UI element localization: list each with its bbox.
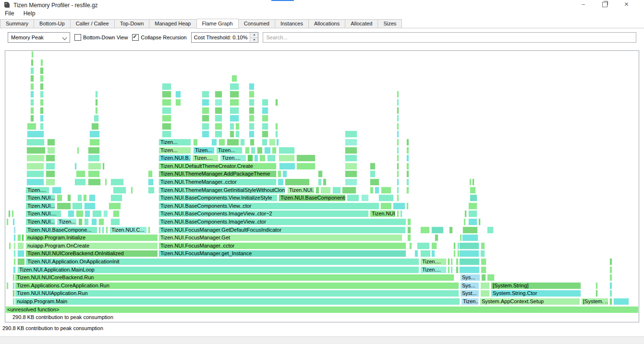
flame-bar[interactable]: [249, 130, 255, 138]
flame-bar[interactable]: Tizen...: [158, 139, 191, 146]
flame-bar[interactable]: [397, 178, 399, 186]
flame-bar[interactable]: [245, 147, 250, 154]
flame-bar[interactable]: [System.String]: [491, 282, 581, 289]
flame-bar[interactable]: [347, 194, 359, 202]
flame-bar[interactable]: [407, 218, 411, 225]
flame-bar[interactable]: [98, 226, 101, 234]
flame-bar[interactable]: [397, 139, 399, 146]
flame-bar[interactable]: [17, 242, 24, 249]
flame-bar[interactable]: [52, 187, 61, 194]
flame-bar[interactable]: [397, 99, 399, 106]
flame-bar[interactable]: Tizen.NUI.NUICoreBackend.Run: [15, 274, 454, 281]
flame-bar[interactable]: [31, 59, 34, 66]
flame-bar[interactable]: Tizen.NUI....: [25, 218, 55, 225]
flame-bar[interactable]: [30, 67, 34, 74]
flame-bar[interactable]: [332, 187, 341, 194]
flame-bar[interactable]: [47, 147, 55, 154]
flame-bar[interactable]: [110, 194, 122, 202]
flame-bar[interactable]: [282, 170, 287, 178]
tab-allocations[interactable]: Allocations: [308, 19, 345, 28]
flame-bar[interactable]: [89, 139, 100, 146]
flame-bar[interactable]: [30, 115, 34, 122]
flame-bar[interactable]: [88, 154, 100, 162]
flame-bar[interactable]: [92, 210, 102, 217]
flame-bar[interactable]: [595, 282, 598, 289]
flame-bar[interactable]: [202, 99, 209, 106]
flame-bar[interactable]: [397, 91, 399, 98]
flame-bar[interactable]: [406, 147, 409, 154]
flame-bar[interactable]: Tizen.NUI.BaseComponents.ImageView..ctor: [158, 218, 406, 225]
flame-bar[interactable]: Tizen.NUI....: [25, 210, 61, 217]
flame-bar[interactable]: [13, 226, 16, 234]
flame-bar[interactable]: [30, 75, 34, 82]
flame-bar[interactable]: Tizen.NUI...: [370, 210, 396, 217]
flame-bar[interactable]: [88, 170, 100, 178]
flame-bar[interactable]: [481, 266, 486, 273]
flame-bar[interactable]: [406, 187, 409, 194]
flame-bar[interactable]: [230, 91, 239, 98]
flame-bar[interactable]: [397, 210, 399, 217]
flame-bar[interactable]: [26, 139, 45, 146]
spin-up-button[interactable]: ▲: [250, 33, 258, 38]
flame-bar[interactable]: Tizen.NUI.NUICoreBackend.OnInitialized: [25, 250, 158, 257]
flame-bar[interactable]: [202, 91, 209, 98]
flame-bar[interactable]: [230, 83, 239, 90]
flame-bar[interactable]: [262, 123, 268, 130]
flame-bar[interactable]: [13, 258, 16, 265]
flame-bar[interactable]: [448, 266, 450, 273]
flame-bar[interactable]: [481, 274, 486, 281]
flame-bar[interactable]: [480, 290, 490, 297]
flame-bar[interactable]: [318, 170, 323, 178]
flame-bar[interactable]: [257, 147, 263, 154]
flame-bar[interactable]: [40, 115, 44, 122]
flame-bar[interactable]: Tizen.NUI.Application.MainLoop: [17, 266, 419, 273]
flame-bar[interactable]: [30, 107, 34, 114]
flame-bar[interactable]: Tizen.NUI...: [25, 202, 55, 210]
flame-bar[interactable]: [113, 187, 126, 194]
flame-bar[interactable]: [278, 178, 284, 186]
flame-bar[interactable]: Tizen...: [216, 147, 243, 154]
flame-bar[interactable]: Sys...: [460, 282, 479, 289]
flame-bar[interactable]: [46, 170, 55, 178]
flame-bar[interactable]: [397, 115, 399, 122]
flame-bar[interactable]: [230, 115, 239, 122]
flame-bar[interactable]: [609, 282, 612, 289]
flame-bar[interactable]: [375, 187, 379, 194]
flame-bar[interactable]: [175, 91, 181, 98]
flame-bar[interactable]: [13, 250, 16, 257]
flame-bar[interactable]: [431, 226, 444, 234]
flame-bar[interactable]: [464, 210, 467, 217]
flame-bar[interactable]: [88, 178, 101, 186]
flame-bar[interactable]: [249, 123, 255, 130]
flame-bar[interactable]: Tizen.NUI.ThemeManager..cctor: [158, 178, 277, 186]
flame-bar[interactable]: [77, 147, 79, 154]
flame-bar[interactable]: [279, 163, 295, 170]
flame-bar[interactable]: [272, 147, 277, 154]
flame-bar[interactable]: [148, 226, 150, 234]
flame-bar[interactable]: [406, 170, 409, 178]
flame-bar[interactable]: Tizen.NUI.FocusManager.GetDefaultFocusIn…: [158, 226, 406, 234]
flame-bar[interactable]: [393, 202, 405, 210]
flame-bar[interactable]: [215, 123, 222, 130]
flame-bar[interactable]: [89, 194, 96, 202]
flame-bar[interactable]: [27, 123, 36, 130]
flame-bar[interactable]: [40, 83, 44, 90]
collapse-recursion-checkbox[interactable]: [132, 34, 139, 41]
flame-bar[interactable]: [278, 170, 281, 178]
flame-bar[interactable]: [459, 266, 480, 273]
flame-bar[interactable]: [420, 226, 430, 234]
flame-bar[interactable]: [279, 147, 295, 154]
flame-bar[interactable]: [406, 163, 409, 170]
spin-down-button[interactable]: ▼: [250, 38, 258, 43]
flame-bar[interactable]: [202, 107, 209, 114]
flame-bar[interactable]: [609, 274, 612, 281]
flame-bar[interactable]: [417, 242, 430, 249]
cost-threshold-spinbox[interactable]: Cost Threshold: 0.10% ▲ ▼: [191, 32, 259, 43]
flame-bar[interactable]: [88, 163, 101, 170]
flame-bar[interactable]: [94, 115, 99, 122]
flame-bar[interactable]: [279, 154, 295, 162]
flame-bar[interactable]: [345, 163, 357, 170]
flame-bar[interactable]: Tizen.NUI.ThemeManager.AddPackageTheme: [158, 170, 277, 178]
flame-bar[interactable]: [406, 178, 409, 186]
flame-bar[interactable]: nuiapp.Program.Initialize: [25, 234, 158, 241]
